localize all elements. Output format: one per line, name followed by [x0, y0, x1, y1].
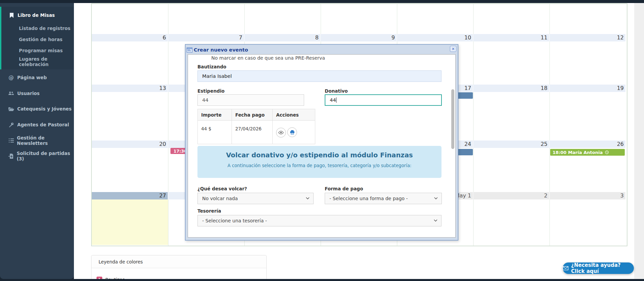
sidebar-subitem-label: Gestión de horas — [19, 37, 62, 42]
bautizando-input[interactable]: Maria Isabel — [197, 70, 441, 82]
legend-title: Leyenda de colores — [91, 255, 266, 268]
sidebar-item-catequesis[interactable]: Catequesis y Jóvenes — [0, 101, 74, 117]
sidebar-item-solicitud-de-partidas[interactable]: Solicitud de partidas (3) — [0, 148, 74, 164]
donativo-label: Donativo — [325, 88, 348, 94]
col-acciones: Acciones — [273, 109, 315, 121]
estipendio-label: Estipendio — [197, 88, 224, 94]
day-cell-header[interactable]: 6 — [92, 34, 168, 41]
key-icon — [8, 122, 14, 127]
forma-pago-label: Forma de pago — [325, 186, 363, 191]
table-header-row: Importe Fecha pago Acciones — [198, 109, 315, 121]
estipendio-input[interactable]: 44 — [197, 94, 304, 106]
forma-pago-selected-value: - Seleccione una forma de pago - — [329, 196, 408, 201]
bautizando-label: Bautizando — [197, 64, 226, 69]
day-cell-header[interactable]: 20 — [92, 140, 168, 148]
day-cell-header[interactable]: 3 — [549, 192, 625, 199]
volcar-select[interactable]: No volcar nada — [197, 193, 314, 204]
chevron-down-icon — [434, 219, 437, 222]
dialog-body: No marcar en caso de que sea una PRE-Res… — [188, 54, 456, 238]
ordered-list-icon — [8, 138, 14, 143]
tesoreria-label: Tesorería — [197, 208, 221, 214]
file-export-icon — [8, 154, 14, 159]
highlighted-day-cell[interactable] — [92, 199, 168, 245]
day-cell-header[interactable]: 18 — [473, 85, 549, 92]
dialog-title: Crear nuevo evento — [194, 47, 248, 53]
sidebar-item-label: Usuarios — [17, 91, 39, 96]
finance-info-box: Volcar donativo y/o estipendio al módulo… — [197, 146, 441, 178]
help-button[interactable]: ¿Necesita ayuda? Click aquí — [563, 262, 634, 274]
dialog-form-icon — [187, 48, 192, 53]
day-cell-header[interactable]: 19 — [549, 85, 625, 92]
day-cell-header[interactable]: 25 — [473, 140, 549, 148]
right-gutter — [634, 3, 644, 279]
tesoreria-select[interactable]: - Seleccione una tesorería - — [197, 215, 441, 226]
bookmark-icon — [8, 13, 15, 18]
help-button-label: ¿Necesita ayuda? Click aquí — [571, 262, 634, 274]
calendar-event-green[interactable]: 18:00 María Antonia — [550, 149, 625, 156]
envelope-icon — [563, 266, 568, 270]
bautizando-value: Maria Isabel — [202, 73, 232, 79]
view-payment-button[interactable] — [276, 128, 286, 137]
payments-table: Importe Fecha pago Acciones 44 $ 27/04/2… — [197, 109, 315, 144]
app-screen: Libro de Misas Listado de registros Gest… — [0, 0, 644, 281]
day-cell-header[interactable]: 2 — [473, 192, 549, 199]
volcar-selected-value: No volcar nada — [202, 196, 238, 201]
sidebar-item-label: Página web — [17, 75, 47, 80]
sidebar-subitem-label: Listado de registros — [19, 26, 71, 31]
at-icon: @ — [8, 74, 14, 81]
day-cell-header[interactable]: 9 — [321, 34, 397, 41]
folder-open-icon — [8, 107, 14, 111]
dialog-titlebar[interactable]: Crear nuevo evento — [187, 46, 457, 54]
sidebar-item-gestion-de-horas[interactable]: Gestión de horas — [19, 34, 73, 45]
day-cell-header[interactable]: 10 — [397, 34, 473, 41]
users-icon — [8, 91, 14, 96]
sidebar-item-usuarios[interactable]: Usuarios — [0, 86, 74, 101]
finance-box-title: Volcar donativo y/o estipendio al módulo… — [197, 146, 441, 159]
pre-reserva-note: No marcar en caso de que sea una PRE-Res… — [211, 55, 325, 61]
col-fecha-pago: Fecha pago — [232, 109, 273, 121]
event-label: 18:00 María Antonia — [553, 150, 603, 155]
day-cell-header[interactable]: 13 — [92, 85, 168, 92]
sidebar: Libro de Misas Listado de registros Gest… — [0, 3, 74, 279]
printer-icon — [290, 130, 295, 134]
sidebar-item-listado-de-registros[interactable]: Listado de registros — [19, 23, 73, 34]
sidebar-item-label: Catequesis y Jóvenes — [17, 106, 72, 112]
day-cell-header[interactable]: 11 — [473, 34, 549, 41]
sidebar-active-section: Libro de Misas Listado de registros Gest… — [0, 7, 74, 69]
sidebar-item-pagina-web[interactable]: @ Página web — [0, 70, 74, 85]
sidebar-subitem-label: Programar misas — [19, 48, 63, 53]
eye-icon — [278, 131, 284, 134]
importe-cell: 44 $ — [198, 121, 232, 144]
sidebar-subitem-label: Lugares de celebración — [19, 56, 73, 67]
text-caret — [336, 97, 337, 103]
sidebar-item-label: Libro de Misas — [18, 12, 55, 18]
day-cell-header[interactable]: 26 — [549, 140, 625, 148]
print-payment-button[interactable] — [287, 127, 297, 137]
close-icon[interactable]: ✕ — [450, 46, 456, 52]
sidebar-item-agentes-de-pastoral[interactable]: Agentes de Pastoral — [0, 117, 74, 132]
sidebar-item-label: Solicitud de partidas (3) — [17, 151, 74, 161]
day-cell-header[interactable]: 7 — [168, 34, 244, 41]
donativo-value: 44 — [330, 97, 336, 103]
forma-pago-select[interactable]: - Seleccione una forma de pago - — [325, 193, 442, 204]
col-importe: Importe — [198, 109, 232, 121]
day-cell-header[interactable]: 12 — [549, 34, 625, 41]
color-legend-panel: Leyenda de colores 1 Bautizos — [91, 255, 267, 281]
fecha-cell: 27/04/2026 — [232, 121, 273, 144]
sidebar-item-lugares-de-celebracion[interactable]: Lugares de celebración — [19, 56, 73, 67]
dialog-scrollbar-thumb[interactable] — [451, 89, 454, 149]
donativo-input[interactable]: 44 — [325, 94, 442, 106]
sidebar-item-libro-de-misas[interactable]: Libro de Misas — [1, 11, 74, 20]
sidebar-item-label: Gestión de Newsletters — [17, 135, 74, 146]
day-cell-header[interactable]: 8 — [244, 34, 321, 41]
sidebar-item-gestion-de-newsletters[interactable]: Gestión de Newsletters — [0, 133, 74, 148]
chevron-down-icon — [434, 197, 438, 199]
create-event-dialog: Crear nuevo evento ✕ No marcar en caso d… — [185, 44, 458, 241]
estipendio-value: 44 — [202, 97, 208, 103]
tesoreria-selected-value: - Seleccione una tesorería - — [202, 218, 267, 223]
sidebar-item-label: Agentes de Pastoral — [17, 122, 69, 127]
day-cell-header-selected[interactable]: 27 — [92, 192, 168, 199]
week-row-dates: 6 7 8 9 10 11 12 — [92, 34, 625, 41]
volcar-label: ¿Qué desea volcar? — [197, 186, 247, 191]
sidebar-item-programar-misas[interactable]: Programar misas — [19, 45, 73, 56]
